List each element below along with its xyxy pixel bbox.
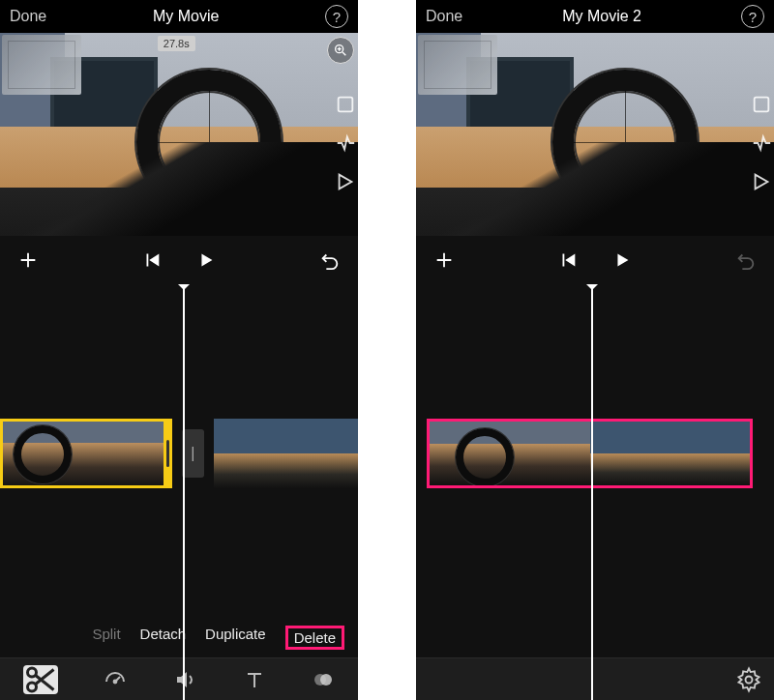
detach-button[interactable]: Detach bbox=[140, 626, 187, 650]
clips-row bbox=[416, 418, 774, 489]
bottom-toolbar bbox=[416, 657, 774, 700]
svg-point-7 bbox=[320, 674, 332, 685]
bottom-toolbar bbox=[0, 657, 358, 700]
transport-bar bbox=[416, 236, 774, 284]
game-weapon bbox=[416, 142, 774, 236]
done-button[interactable]: Done bbox=[10, 8, 46, 25]
video-preview[interactable]: 27.8s bbox=[0, 33, 358, 236]
screen-left: Done My Movie ? 27.8s bbox=[0, 0, 358, 700]
svg-marker-1 bbox=[340, 175, 352, 190]
done-button[interactable]: Done bbox=[426, 8, 462, 25]
clip-trim-handle[interactable] bbox=[164, 419, 172, 488]
svg-point-5 bbox=[114, 680, 117, 683]
add-media-icon[interactable] bbox=[17, 249, 39, 271]
transport-bar bbox=[0, 236, 358, 284]
skip-start-icon[interactable] bbox=[141, 249, 163, 271]
undo-icon[interactable] bbox=[319, 249, 341, 271]
svg-point-3 bbox=[27, 668, 36, 677]
timeline[interactable]: | Split Detach Duplicate Delete bbox=[0, 284, 358, 700]
clips-row: | bbox=[0, 418, 358, 489]
delete-button[interactable]: Delete bbox=[285, 626, 344, 650]
svg-point-4 bbox=[27, 683, 36, 691]
transition-icon[interactable]: | bbox=[182, 429, 204, 478]
scissors-icon[interactable] bbox=[23, 665, 58, 694]
svg-rect-0 bbox=[339, 98, 353, 112]
video-preview[interactable] bbox=[416, 33, 774, 236]
svg-rect-8 bbox=[755, 98, 769, 112]
playhead[interactable] bbox=[591, 284, 593, 700]
clip-actions: Split Detach Duplicate Delete bbox=[0, 626, 358, 656]
game-weapon bbox=[0, 142, 358, 236]
undo-icon[interactable] bbox=[735, 249, 757, 271]
skip-start-icon[interactable] bbox=[557, 249, 579, 271]
game-minimap bbox=[2, 35, 81, 95]
duplicate-button[interactable]: Duplicate bbox=[205, 626, 266, 650]
zoom-in-icon[interactable] bbox=[327, 37, 354, 64]
playhead[interactable] bbox=[183, 284, 185, 700]
volume-icon[interactable] bbox=[173, 668, 196, 691]
clip-selected[interactable] bbox=[0, 419, 172, 488]
help-icon[interactable]: ? bbox=[325, 5, 348, 28]
help-icon[interactable]: ? bbox=[741, 5, 764, 28]
play-icon[interactable] bbox=[611, 249, 633, 271]
add-media-icon[interactable] bbox=[433, 249, 455, 271]
topbar: Done My Movie ? bbox=[0, 0, 358, 33]
topbar: Done My Movie 2 ? bbox=[416, 0, 774, 33]
speedometer-icon[interactable] bbox=[104, 668, 127, 691]
game-minimap bbox=[418, 35, 497, 95]
svg-point-10 bbox=[746, 676, 753, 683]
split-button[interactable]: Split bbox=[92, 626, 120, 650]
screen-right: Done My Movie 2 ? bbox=[416, 0, 774, 700]
project-title: My Movie bbox=[153, 8, 219, 25]
svg-marker-9 bbox=[756, 175, 768, 190]
clip-selected[interactable] bbox=[427, 419, 753, 488]
clip-2[interactable] bbox=[214, 419, 358, 488]
titles-icon[interactable] bbox=[243, 668, 266, 691]
settings-icon[interactable] bbox=[735, 666, 762, 693]
time-badge: 27.8s bbox=[158, 36, 195, 51]
timeline[interactable] bbox=[416, 284, 774, 700]
play-icon[interactable] bbox=[195, 249, 217, 271]
filters-icon[interactable] bbox=[312, 668, 335, 691]
project-title: My Movie 2 bbox=[562, 8, 641, 25]
